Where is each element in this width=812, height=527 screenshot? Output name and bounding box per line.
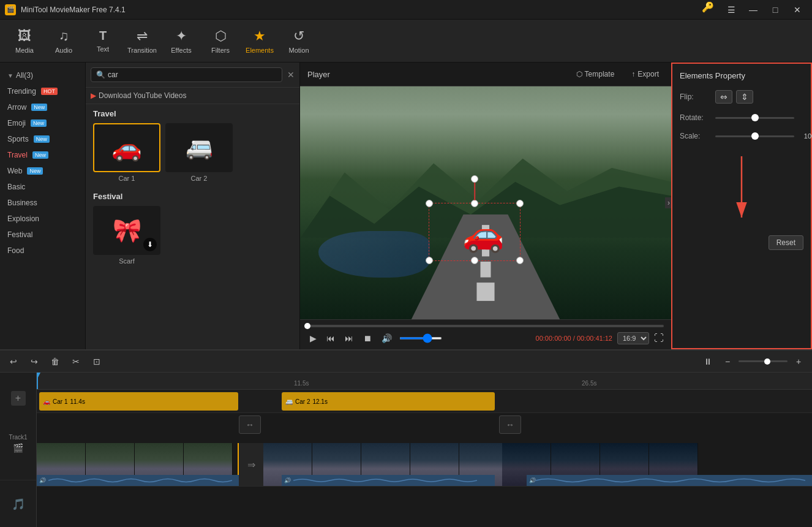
toolbar-filters[interactable]: ⬡ Filters xyxy=(201,23,240,59)
handle-bl[interactable] xyxy=(426,257,433,264)
search-icon: 🔍 xyxy=(96,70,105,79)
toolbar-motion[interactable]: ↺ Motion xyxy=(279,23,318,59)
search-box[interactable]: 🔍 xyxy=(91,67,282,82)
toolbar-media[interactable]: 🖼 Media xyxy=(5,23,44,59)
crop-button[interactable]: ⊡ xyxy=(88,353,105,370)
toolbar-effects[interactable]: ✦ Effects xyxy=(162,23,201,59)
search-clear-button[interactable]: ✕ xyxy=(287,70,295,80)
sidebar-item-trending[interactable]: Trending HOT xyxy=(0,83,85,99)
next-button[interactable]: ⏭ xyxy=(342,332,356,344)
car1-clip-icon: 🚗 xyxy=(43,398,50,405)
player-header: Player ⬡ Template ↑ Export xyxy=(300,63,671,86)
split-button[interactable]: ⏸ xyxy=(699,353,716,370)
maximize-button[interactable]: □ xyxy=(765,1,785,18)
search-input[interactable] xyxy=(108,70,277,79)
rotation-handle[interactable] xyxy=(471,175,478,183)
stop-button[interactable]: ⏹ xyxy=(361,332,374,344)
zoom-out-button[interactable]: − xyxy=(719,353,736,370)
transition-indicator-2[interactable]: ↔ xyxy=(499,415,521,434)
toolbar-elements[interactable]: ★ Elements xyxy=(240,23,279,59)
add-track-button[interactable]: + xyxy=(11,391,26,406)
prev-button[interactable]: ⏮ xyxy=(324,332,337,344)
flip-label: Flip: xyxy=(680,93,710,101)
audio-waveform-3: 🔊 xyxy=(527,475,812,486)
progress-bar[interactable] xyxy=(307,325,664,327)
flip-vertical-button[interactable]: ⇕ xyxy=(736,90,753,104)
element-scarf[interactable]: 🎀 ⬇ Scarf xyxy=(93,206,160,265)
ruler-mark-265: 26.5s xyxy=(582,380,596,387)
track-film-icon[interactable]: 🎬 xyxy=(13,443,23,453)
elements-icon: ★ xyxy=(254,28,266,44)
sidebar-item-sports[interactable]: Sports New xyxy=(0,131,85,147)
transition-indicator-1[interactable]: ↔ xyxy=(239,415,261,434)
play-button[interactable]: ▶ xyxy=(307,332,319,344)
toolbar-audio[interactable]: ♫ Audio xyxy=(44,23,83,59)
effects-label: Effects xyxy=(171,47,191,54)
rotate-slider[interactable] xyxy=(715,117,794,119)
car1-timeline-clip[interactable]: 🚗 car1_clip Car 1 11.4s xyxy=(39,392,238,411)
handle-tl[interactable] xyxy=(426,200,433,207)
sidebar-item-emoji[interactable]: Emoji New xyxy=(0,115,85,131)
scarf-download-icon[interactable]: ⬇ xyxy=(143,238,157,251)
reset-button[interactable]: Reset xyxy=(769,235,803,250)
festival-section-title: Festival xyxy=(93,192,292,201)
zoom-slider[interactable] xyxy=(739,360,788,362)
sidebar-item-travel[interactable]: Travel New xyxy=(0,147,85,163)
music-track-label: 🎵 xyxy=(0,480,36,527)
close-button[interactable]: ✕ xyxy=(788,1,807,18)
sidebar-all-header[interactable]: ▼ All(3) xyxy=(0,67,85,83)
clip-gap: ⇒ xyxy=(239,443,263,486)
minimize-button[interactable]: — xyxy=(743,1,763,18)
delete-button[interactable]: 🗑 xyxy=(47,353,64,370)
emoji-label: Emoji xyxy=(7,119,26,127)
handle-br[interactable] xyxy=(516,257,524,264)
flip-row: Flip: ⇔ ⇕ xyxy=(680,90,803,104)
travel-section-title: Travel xyxy=(93,109,292,118)
motion-label: Motion xyxy=(288,47,309,54)
fullscreen-button[interactable]: ⛶ xyxy=(654,333,664,344)
player-title: Player xyxy=(307,70,330,79)
handle-tc[interactable] xyxy=(471,200,478,207)
cut-button[interactable]: ✂ xyxy=(67,353,85,370)
toolbar-text[interactable]: T Text xyxy=(83,23,122,59)
sidebar-item-food[interactable]: Food xyxy=(0,243,85,259)
arrow-badge: New xyxy=(31,104,47,111)
sidebar-item-web[interactable]: Web New xyxy=(0,163,85,179)
controls-row: ▶ ⏮ ⏭ ⏹ 🔊 00:00:00:00 / 00:00:41:12 16:9… xyxy=(307,332,664,344)
car1-thumb[interactable]: 🚗 xyxy=(93,123,160,172)
handle-bc[interactable] xyxy=(471,257,478,264)
properties-title: Elements Property xyxy=(680,71,803,80)
flip-horizontal-button[interactable]: ⇔ xyxy=(715,90,732,104)
scarf-thumb[interactable]: 🎀 ⬇ xyxy=(93,206,160,255)
element-car1[interactable]: 🚗 Car 1 xyxy=(93,123,160,182)
template-button[interactable]: ⬡ Template xyxy=(571,67,620,81)
zoom-controls: ⏸ − + xyxy=(699,353,807,370)
car2-thumb[interactable]: 🚐 xyxy=(165,123,233,172)
elements-track: 🚗 car1_clip Car 1 11.4s 🚐 Car 2 12.1s xyxy=(37,390,812,413)
menu-button[interactable]: ☰ xyxy=(721,1,741,18)
export-button[interactable]: ↑ Export xyxy=(626,67,664,81)
zoom-in-button[interactable]: + xyxy=(790,353,807,370)
car2-timeline-clip[interactable]: 🚐 Car 2 12.1s xyxy=(282,392,495,411)
download-youtube-row[interactable]: ▶ Download YouTube Videos xyxy=(86,88,299,104)
handle-tr[interactable] xyxy=(516,200,524,207)
progress-thumb[interactable] xyxy=(304,323,310,329)
sidebar-item-festival[interactable]: Festival xyxy=(0,227,85,243)
undo-button[interactable]: ↩ xyxy=(5,353,22,370)
aspect-ratio-select[interactable]: 16:9 1:1 9:16 xyxy=(617,332,649,344)
scale-slider[interactable] xyxy=(715,135,794,137)
sidebar-item-arrow[interactable]: Arrow New xyxy=(0,99,85,115)
redo-button[interactable]: ↪ xyxy=(26,353,43,370)
sidebar-item-explosion[interactable]: Explosion xyxy=(0,211,85,227)
playhead[interactable] xyxy=(37,373,38,389)
properties-panel: Elements Property Flip: ⇔ ⇕ Rotate: 0° S… xyxy=(671,63,812,349)
panel-toggle-button[interactable]: › xyxy=(665,197,671,208)
element-car2[interactable]: 🚐 Car 2 xyxy=(165,123,233,182)
sidebar-item-basic[interactable]: Basic xyxy=(0,179,85,195)
festival-grid: 🎀 ⬇ Scarf xyxy=(93,206,292,265)
volume-button[interactable]: 🔊 xyxy=(379,332,394,344)
volume-slider[interactable] xyxy=(399,337,442,339)
video-canvas: 🚗 › xyxy=(300,86,671,319)
toolbar-transition[interactable]: ⇌ Transition xyxy=(122,23,162,59)
sidebar-item-business[interactable]: Business xyxy=(0,195,85,211)
